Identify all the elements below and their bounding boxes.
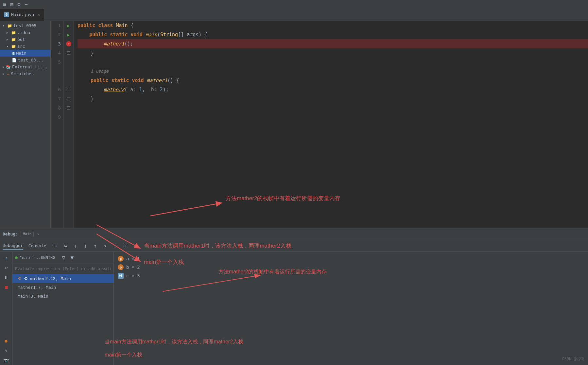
- annotation-area: 方法mather2的栈帧中有着运行所需的变量内存: [114, 311, 588, 365]
- resume-icon[interactable]: ↺: [2, 253, 11, 262]
- gutter-fold-8[interactable]: −: [64, 103, 73, 113]
- hamburger-icon[interactable]: ≡: [1, 1, 8, 8]
- sidebar-item-idea[interactable]: ▶ 📁 .idea: [0, 29, 50, 36]
- keyword: public: [89, 30, 110, 39]
- bracket: ,: [142, 85, 145, 94]
- fold-icon: −: [67, 97, 70, 100]
- sidebar-item-test[interactable]: 📄 test_03...: [0, 57, 50, 63]
- debug-title: Debug:: [3, 232, 18, 236]
- mute-icon[interactable]: ✎: [2, 346, 11, 355]
- stack-frame-mather1[interactable]: mather1:7, Main: [12, 283, 113, 292]
- code-line-4: }: [78, 48, 588, 58]
- frame-icon: ⟲: [18, 276, 24, 281]
- step-over-icon[interactable]: ↩: [62, 243, 69, 249]
- debug-header: Debug: Main ✕: [0, 228, 588, 240]
- gutter-breakpoint-3[interactable]: ✓: [64, 39, 73, 48]
- var-badge-p2: p: [118, 264, 124, 270]
- expression-bar[interactable]: [12, 264, 113, 274]
- gutter-fold-7[interactable]: −: [64, 94, 73, 103]
- pause-icon[interactable]: ⏸: [2, 273, 11, 282]
- keyword: public: [78, 21, 98, 30]
- method-name: main: [146, 30, 157, 39]
- keyword: static: [110, 30, 130, 39]
- step-out-icon[interactable]: ↑: [92, 243, 98, 249]
- sidebar-item-project[interactable]: ▾ 📁 test_0305: [0, 22, 50, 29]
- line-numbers: 1 2 3 4 5 6 7 8 9: [51, 21, 64, 228]
- snapshot-icon[interactable]: 📷: [2, 356, 11, 365]
- stop-icon[interactable]: ⏹: [2, 283, 11, 292]
- menu-bar: ≡ ⊟ ⚙ −: [0, 0, 588, 9]
- java-file-icon: G: [4, 12, 9, 17]
- breakpoints-icon[interactable]: ●: [2, 336, 11, 345]
- tab-main-java[interactable]: G Main.java ✕: [0, 9, 44, 21]
- folder-icon: 📁: [11, 44, 16, 49]
- tab-debugger[interactable]: Debugger: [3, 242, 23, 250]
- sidebar-item-ext-lib[interactable]: ▶ 📚 External Li...: [0, 63, 50, 70]
- editor-content: 1 2 3 4 5 6 7 8 9 ▶ ▶: [51, 21, 588, 228]
- thread-status: "main"...UNNING: [20, 255, 55, 260]
- watch-icon[interactable]: ⊟: [121, 243, 128, 249]
- var-name-a: a: [126, 256, 129, 261]
- step-over-btn[interactable]: ↩: [2, 263, 11, 272]
- bracket: );: [163, 85, 169, 94]
- sidebar-item-label: .idea: [17, 30, 30, 35]
- filter-down-icon[interactable]: ▼: [69, 254, 75, 261]
- variables-list: p a = 1 p b = 2 01 c = 3: [114, 252, 588, 311]
- var-eq-a: = 1: [131, 256, 140, 261]
- keyword: class: [98, 21, 116, 30]
- code-line-9: [78, 103, 588, 113]
- settings-icon[interactable]: ⚙: [16, 1, 22, 8]
- keyword: static: [111, 76, 132, 85]
- sidebar-item-src[interactable]: ▾ 📁 src: [0, 43, 50, 50]
- var-eq-c: = 3: [131, 273, 140, 278]
- debug-main-tab[interactable]: Main: [21, 231, 34, 237]
- gutter-fold-6[interactable]: −: [64, 85, 73, 94]
- var-badge-i: 01: [118, 273, 124, 279]
- sidebar-item-out[interactable]: ▶ 📁 out: [0, 36, 50, 43]
- step-into-my-code-icon[interactable]: ↓: [82, 243, 89, 249]
- gutter-fold-4[interactable]: −: [64, 48, 73, 58]
- tab-label: Main.java: [11, 12, 34, 17]
- bracket: }: [91, 48, 94, 58]
- folder-icon: 📁: [7, 24, 12, 28]
- layout-icon[interactable]: ⊟: [9, 1, 15, 8]
- bracket: []: [178, 30, 184, 39]
- code-area[interactable]: public class Main { public static void m…: [74, 21, 588, 228]
- tab-close-icon[interactable]: ✕: [37, 12, 40, 17]
- app-window: ≡ ⊟ ⚙ − G Main.java ✕ ▾ 📁 test_0305 ▶ 📁 …: [0, 0, 588, 365]
- minimize-icon[interactable]: −: [23, 1, 29, 8]
- var-name-b: b: [126, 265, 129, 270]
- sidebar-item-scratches[interactable]: ▶ ✏️ Scratches: [0, 70, 50, 77]
- bracket: {: [173, 76, 179, 85]
- sidebar-item-label: test_0305: [13, 23, 36, 28]
- sidebar-item-main[interactable]: G Main: [0, 50, 50, 57]
- expression-input[interactable]: [15, 267, 111, 271]
- arrow-icon: ▶: [7, 38, 10, 41]
- evaluate-icon[interactable]: ⊞: [112, 243, 118, 249]
- frame-label: main:3, Main: [18, 294, 48, 299]
- gutter-run-1[interactable]: ▶: [64, 21, 73, 30]
- java-icon: G: [12, 51, 15, 56]
- run-icon: ▶: [67, 32, 70, 37]
- var-name-c: c: [126, 273, 129, 278]
- method-name: mather1: [147, 76, 167, 85]
- debug-close-icon[interactable]: ✕: [37, 232, 39, 236]
- gutter-run-2[interactable]: ▶: [64, 30, 73, 39]
- run-to-cursor-icon[interactable]: ↷: [102, 243, 108, 249]
- var-a: p a = 1: [118, 254, 584, 263]
- sidebar-item-label: External Li...: [12, 64, 48, 69]
- sidebar-item-label: out: [17, 37, 25, 42]
- usage-hint: 1 usage: [78, 67, 588, 76]
- filter-icon[interactable]: ▽: [60, 254, 67, 261]
- number: 1: [139, 85, 142, 94]
- variables-panel: p a = 1 p b = 2 01 c = 3: [114, 252, 588, 365]
- folder-icon: 📁: [11, 37, 16, 42]
- step-into-icon[interactable]: ↓: [72, 243, 79, 249]
- number: 2: [160, 85, 163, 94]
- stack-frame-mather2[interactable]: ⟲ ⟲ mather2:12, Main: [12, 274, 113, 283]
- sidebar-item-label: Main: [16, 51, 26, 56]
- tab-console[interactable]: Console: [28, 242, 46, 250]
- stack-frame-main[interactable]: main:3, Main: [12, 292, 113, 301]
- show-execution-point-icon[interactable]: ≡: [53, 243, 59, 249]
- sidebar-item-label: Scratches: [11, 71, 34, 76]
